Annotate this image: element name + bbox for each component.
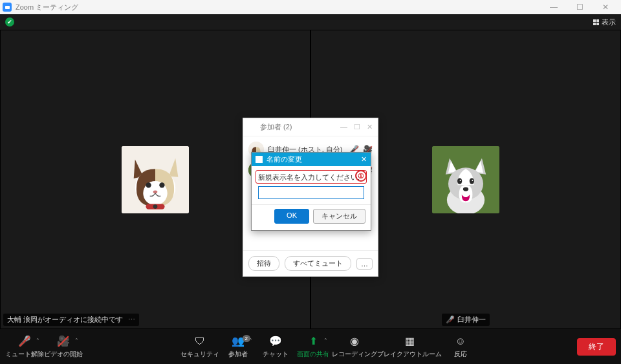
mic-muted-icon: 🎤̸	[446, 316, 455, 324]
caret-icon[interactable]: ⌃	[323, 337, 328, 343]
svg-point-5	[153, 190, 158, 193]
caret-icon[interactable]: ⌃	[36, 337, 40, 343]
caret-icon[interactable]: ⌃	[248, 337, 253, 343]
breakout-icon: ▦	[405, 335, 415, 348]
zoom-app-icon	[248, 123, 256, 131]
meeting-area: ✔ 表示	[0, 14, 621, 364]
participants-button[interactable]: 👥 2 ⌃ 参加者	[219, 335, 257, 359]
participants-title: 参加者 (2)	[260, 122, 292, 132]
close-button[interactable]: ✕	[596, 3, 615, 12]
rename-title: 名前の変更	[267, 155, 302, 164]
rename-dialog-header[interactable]: 名前の変更 ✕	[252, 153, 371, 166]
caret-icon[interactable]: ⌃	[74, 337, 79, 343]
view-toggle-button[interactable]: 表示	[593, 17, 616, 27]
svg-point-12	[470, 178, 474, 184]
reactions-button[interactable]: ☺ 反応	[442, 335, 479, 359]
rename-footer: OK キャンセル	[252, 204, 371, 230]
zoom-app-icon	[3, 3, 12, 12]
svg-point-3	[146, 182, 151, 187]
start-video-button[interactable]: 🎥 ⌃ ビデオの開始	[44, 335, 83, 359]
chat-icon: 💬	[269, 335, 282, 348]
avatar-cat-icon	[122, 146, 189, 213]
camera-icon: 🎥	[57, 335, 70, 348]
participants-panel: 参加者 (2) — ☐ ✕ 臼井伸一 (ホスト, 自分) 🎤̸ 🎥̸	[243, 118, 378, 277]
end-meeting-button[interactable]: 終了	[577, 338, 616, 356]
svg-point-11	[457, 178, 462, 184]
tile-caption-left: 大輔 浪岡がオーディオに接続中です	[3, 314, 139, 326]
smile-icon: ☺	[455, 335, 466, 348]
rename-dialog: 名前の変更 ✕ ① 新規表示名を入力してください: OK キャンセル	[251, 152, 371, 231]
view-label: 表示	[602, 17, 616, 27]
share-screen-button[interactable]: ⬆ ⌃ 画面の共有	[294, 335, 332, 359]
svg-point-4	[159, 182, 164, 187]
security-button[interactable]: 🛡 セキュリティ	[180, 335, 219, 359]
rename-body: ① 新規表示名を入力してください:	[252, 166, 371, 204]
meeting-toolbar: 🎤 ⌃ ミュート解除 🎥 ⌃ ビデオの開始 🛡 セキュリティ 👥 2 ⌃ 参加者	[0, 329, 621, 364]
invite-button[interactable]: 招待	[248, 256, 279, 271]
mute-all-button[interactable]: すべてミュート	[285, 256, 351, 271]
record-icon: ◉	[350, 335, 359, 348]
ellipsis-icon	[125, 316, 135, 324]
unmute-button[interactable]: 🎤 ⌃ ミュート解除	[5, 335, 44, 359]
window-controls: — ☐ ✕	[545, 3, 618, 12]
window-title: Zoom ミーティング	[16, 3, 78, 12]
svg-point-7	[153, 204, 158, 209]
app-window: Zoom ミーティング — ☐ ✕ ✔ 表示	[0, 0, 621, 364]
svg-point-13	[460, 180, 461, 181]
maximize-button[interactable]: ☐	[571, 3, 589, 12]
shield-icon: 🛡	[195, 335, 205, 348]
svg-point-15	[463, 187, 468, 191]
rename-input[interactable]	[258, 186, 364, 199]
record-button[interactable]: ◉ レコーディング	[332, 335, 377, 359]
cancel-button[interactable]: キャンセル	[313, 209, 365, 224]
panel-maximize-button[interactable]: ☐	[354, 123, 360, 131]
svg-point-14	[472, 180, 473, 181]
breakout-button[interactable]: ▦ ブレイクアウトルーム	[377, 335, 442, 359]
participants-header: 参加者 (2) — ☐ ✕	[243, 118, 378, 136]
ok-button[interactable]: OK	[274, 209, 309, 224]
avatar-dog-icon	[432, 146, 499, 213]
grid-icon	[593, 19, 599, 25]
participants-footer: 招待 すべてミュート …	[243, 250, 378, 276]
meeting-topbar: ✔ 表示	[0, 14, 621, 30]
share-icon: ⬆	[309, 335, 318, 348]
panel-close-button[interactable]: ✕	[367, 123, 373, 131]
chat-button[interactable]: 💬 チャット	[257, 335, 294, 359]
os-titlebar: Zoom ミーティング — ☐ ✕	[0, 0, 621, 14]
zoom-app-icon	[256, 156, 263, 163]
tile-caption-right: 🎤̸ 臼井伸一	[442, 314, 490, 326]
annotation-badge: ①	[355, 170, 367, 182]
rename-prompt: 新規表示名を入力してください:	[258, 173, 364, 182]
panel-minimize-button[interactable]: —	[340, 123, 347, 131]
more-options-button[interactable]: …	[356, 258, 373, 270]
encryption-shield-icon[interactable]: ✔	[5, 17, 14, 27]
mic-icon: 🎤	[18, 335, 31, 348]
dialog-close-button[interactable]: ✕	[361, 155, 367, 164]
minimize-button[interactable]: —	[545, 3, 563, 12]
